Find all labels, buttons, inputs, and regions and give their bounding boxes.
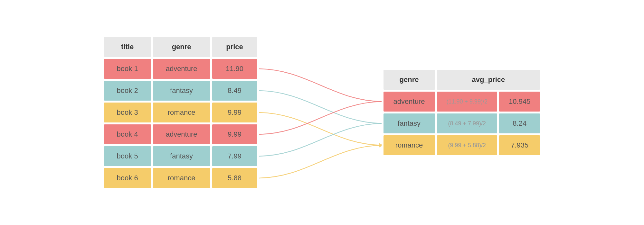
right-header-genre: genre	[384, 70, 435, 90]
right-header-avg-price: avg_price	[437, 70, 540, 90]
left-cell-title-5: book 6	[104, 168, 151, 188]
left-table-row: book 6romance5.88	[104, 168, 257, 188]
right-cell-genre-0: adventure	[384, 92, 435, 112]
right-cell-value-1: 8.24	[499, 113, 540, 133]
right-table-wrapper: genre avg_price adventure(11.90 + 9.99)/…	[382, 68, 542, 157]
left-cell-title-2: book 3	[104, 103, 151, 122]
left-cell-price-4: 7.99	[212, 146, 257, 166]
left-table-row: book 3romance9.99	[104, 103, 257, 122]
right-table-row: adventure(11.90 + 9.99)/210.945	[384, 92, 540, 112]
right-cell-genre-1: fantasy	[384, 113, 435, 133]
left-table-row: book 2fantasy8.49	[104, 81, 257, 101]
left-cell-title-1: book 2	[104, 81, 151, 101]
left-cell-price-0: 11.90	[212, 59, 257, 79]
left-cell-genre-4: fantasy	[153, 146, 210, 166]
left-header-price: price	[212, 37, 257, 57]
right-cell-genre-2: romance	[384, 135, 435, 155]
arrows-container	[259, 0, 382, 225]
left-cell-genre-5: romance	[153, 168, 210, 188]
left-cell-genre-1: fantasy	[153, 81, 210, 101]
left-table-wrapper: title genre price book 1adventure11.90bo…	[102, 35, 259, 190]
left-cell-price-1: 8.49	[212, 81, 257, 101]
left-table-row: book 1adventure11.90	[104, 59, 257, 79]
left-header-title: title	[104, 37, 151, 57]
arrows-svg	[259, 0, 382, 225]
right-cell-formula-2: (9.99 + 5.88)/2	[437, 135, 497, 155]
left-cell-title-3: book 4	[104, 124, 151, 144]
left-table-row: book 4adventure9.99	[104, 124, 257, 144]
right-table: genre avg_price adventure(11.90 + 9.99)/…	[382, 68, 542, 157]
left-cell-title-4: book 5	[104, 146, 151, 166]
left-cell-price-3: 9.99	[212, 124, 257, 144]
left-cell-genre-3: adventure	[153, 124, 210, 144]
right-cell-value-0: 10.945	[499, 92, 540, 112]
right-table-row: fantasy(8.49 + 7.99)/28.24	[384, 113, 540, 133]
main-container: title genre price book 1adventure11.90bo…	[0, 0, 644, 225]
right-cell-formula-1: (8.49 + 7.99)/2	[437, 113, 497, 133]
left-cell-genre-2: romance	[153, 103, 210, 122]
left-cell-price-5: 5.88	[212, 168, 257, 188]
left-cell-genre-0: adventure	[153, 59, 210, 79]
right-cell-value-2: 7.935	[499, 135, 540, 155]
left-cell-title-0: book 1	[104, 59, 151, 79]
left-table-row: book 5fantasy7.99	[104, 146, 257, 166]
left-cell-price-2: 9.99	[212, 103, 257, 122]
left-table: title genre price book 1adventure11.90bo…	[102, 35, 259, 190]
left-header-genre: genre	[153, 37, 210, 57]
right-cell-formula-0: (11.90 + 9.99)/2	[437, 92, 497, 112]
right-table-row: romance(9.99 + 5.88)/27.935	[384, 135, 540, 155]
